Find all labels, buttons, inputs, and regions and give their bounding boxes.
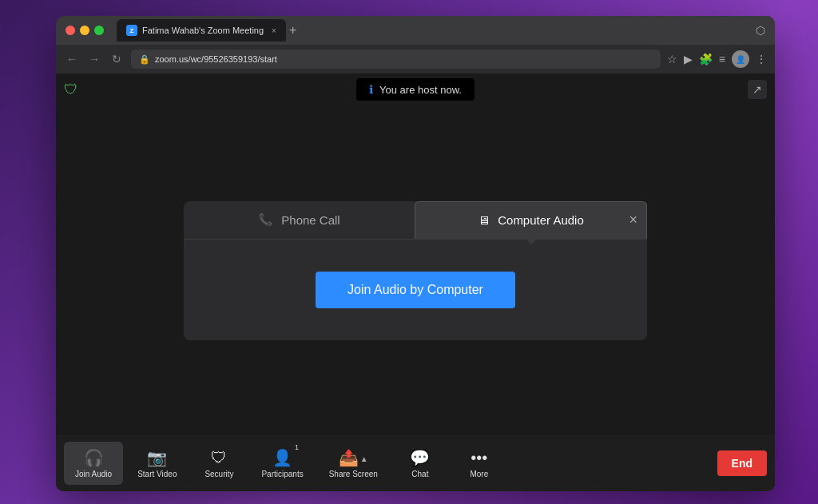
tab-manager-icon[interactable]: ≡ — [719, 53, 725, 65]
phone-call-icon: 📞 — [258, 212, 273, 227]
end-meeting-button[interactable]: End — [717, 450, 767, 476]
tab-phone-call[interactable]: 📞 Phone Call — [184, 201, 415, 239]
address-bar[interactable]: 🔒 zoom.us/wc/95526359193/start — [131, 50, 661, 69]
new-tab-button[interactable]: + — [289, 23, 296, 38]
monitor-icon: 🖥 — [478, 213, 490, 227]
more-icon: ••• — [471, 449, 487, 467]
join-audio-by-computer-button[interactable]: Join Audio by Computer — [316, 272, 515, 308]
participants-icon: 👤 — [272, 448, 292, 467]
share-screen-label: Share Screen — [329, 470, 378, 478]
tab-phone-label: Phone Call — [281, 213, 340, 227]
profile-avatar[interactable]: 👤 — [732, 50, 749, 68]
browser-toolbar-icons: ⬡ — [756, 24, 765, 37]
maximize-window-button[interactable] — [94, 26, 104, 35]
bookmark-icon[interactable]: ☆ — [667, 53, 677, 65]
browser-toolbar: ← → ↻ 🔒 zoom.us/wc/95526359193/start ☆ ▶… — [56, 45, 775, 73]
modal-close-button[interactable]: × — [629, 212, 637, 228]
active-tab[interactable]: Z Fatima Wahab's Zoom Meeting × — [117, 19, 286, 42]
participants-label: Participants — [261, 470, 303, 478]
nav-toolbar-icons: ☆ ▶ 🧩 ≡ 👤 ⋮ — [667, 50, 767, 68]
traffic-lights — [66, 26, 104, 35]
info-icon: ℹ — [369, 83, 373, 96]
share-screen-icon: 📤 — [339, 448, 359, 467]
chat-button[interactable]: 💬 Chat — [392, 442, 448, 485]
menu-icon[interactable]: ⋮ — [756, 53, 767, 65]
bottom-toolbar: 🎧 Join Audio 📷 Start Video 🛡 Security 👤 … — [56, 435, 775, 491]
shield-icon: 🛡 — [64, 81, 78, 98]
join-audio-label: Join Audio — [75, 470, 112, 478]
tab-bar: Z Fatima Wahab's Zoom Meeting × + — [117, 19, 749, 42]
security-icon: 🛡 — [211, 449, 227, 467]
participants-button[interactable]: 👤 Participants — [250, 442, 314, 485]
lock-icon: 🔒 — [139, 54, 150, 65]
minimize-window-button[interactable] — [80, 26, 89, 35]
reload-button[interactable]: ↻ — [109, 53, 125, 65]
host-notification-text: You are host now. — [379, 84, 462, 96]
join-audio-button[interactable]: 🎧 Join Audio — [64, 442, 123, 485]
headphone-icon: 🎧 — [84, 448, 104, 467]
share-screen-with-chevron: 📤 ▲ — [339, 448, 368, 470]
modal-tabs: 📞 Phone Call 🖥 Computer Audio × — [184, 201, 647, 240]
more-label: More — [470, 470, 488, 478]
extensions-icon[interactable]: ⬡ — [756, 24, 765, 37]
browser-chrome: Z Fatima Wahab's Zoom Meeting × + ⬡ — [56, 16, 775, 45]
tab-favicon: Z — [126, 25, 137, 36]
video-off-icon: 📷 — [147, 448, 167, 467]
security-button[interactable]: 🛡 Security — [191, 442, 247, 485]
share-screen-button[interactable]: 📤 ▲ Share Screen — [318, 442, 389, 485]
tab-title: Fatima Wahab's Zoom Meeting — [142, 26, 264, 35]
chat-icon: 💬 — [410, 448, 430, 467]
tab-computer-audio[interactable]: 🖥 Computer Audio — [415, 201, 647, 239]
audio-modal-box: 📞 Phone Call 🖥 Computer Audio × Join Aud… — [184, 201, 647, 340]
more-button[interactable]: ••• More — [451, 442, 507, 485]
audio-modal-overlay: 📞 Phone Call 🖥 Computer Audio × Join Aud… — [56, 105, 775, 435]
back-button[interactable]: ← — [64, 53, 80, 65]
close-window-button[interactable] — [66, 26, 75, 35]
share-screen-chevron: ▲ — [360, 454, 368, 463]
url-text: zoom.us/wc/95526359193/start — [155, 54, 277, 64]
expand-button[interactable]: ↗ — [748, 80, 767, 99]
modal-content: Join Audio by Computer — [184, 240, 647, 340]
security-label: Security — [204, 470, 233, 478]
host-notification: ℹ You are host now. — [356, 78, 475, 101]
start-video-label: Start Video — [137, 470, 177, 478]
brave-icon[interactable]: ▶ — [684, 53, 693, 65]
tab-close-button[interactable]: × — [272, 26, 276, 35]
tab-computer-label: Computer Audio — [498, 213, 584, 227]
chat-label: Chat — [411, 470, 428, 478]
forward-button[interactable]: → — [86, 53, 102, 65]
meeting-area: 🛡 ℹ You are host now. ↗ 📞 Phone Call 🖥 C… — [56, 73, 775, 491]
browser-window: Z Fatima Wahab's Zoom Meeting × + ⬡ ← → … — [56, 16, 775, 491]
extensions-puzzle-icon[interactable]: 🧩 — [699, 53, 713, 65]
host-bar: 🛡 ℹ You are host now. ↗ — [56, 73, 775, 105]
start-video-button[interactable]: 📷 Start Video — [126, 442, 188, 485]
